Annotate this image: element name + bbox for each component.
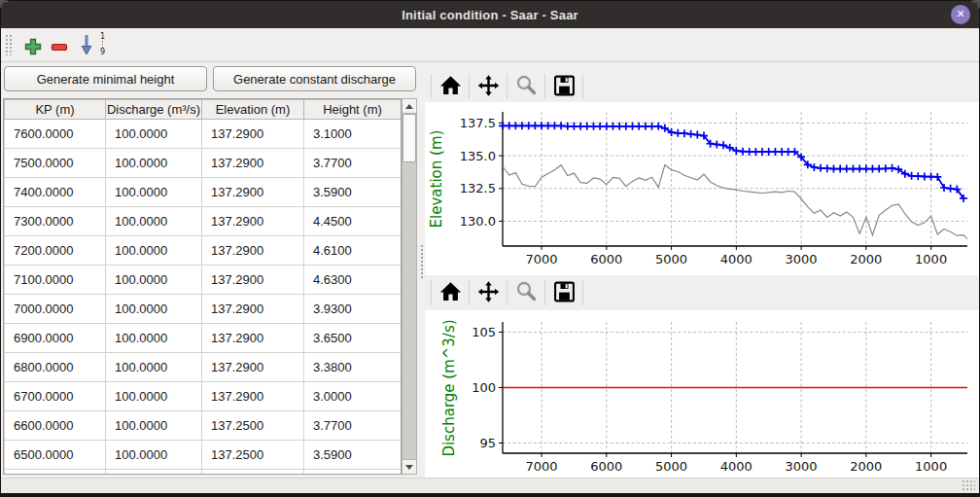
table-cell[interactable]: 100.0000 [106, 382, 202, 411]
table-row: 6900.0000100.0000137.29003.6500 [5, 324, 402, 353]
elevation-chart: 7000600050004000300020001000137.5135.013… [425, 102, 979, 275]
table-row: 7000.0000100.0000137.29003.9300 [5, 295, 402, 324]
table-cell[interactable]: 4.6100 [304, 236, 402, 266]
pan-button[interactable] [473, 72, 503, 101]
zoom-button[interactable] [511, 72, 541, 101]
table-cell[interactable]: 137.2900 [202, 324, 304, 353]
table-cell[interactable]: 137.2500 [202, 441, 304, 470]
generate-constant-discharge-button[interactable]: Generate constant discharge [213, 66, 416, 91]
column-header[interactable]: Discharge (m³/s) [106, 100, 202, 120]
table-cell[interactable]: 100.0000 [106, 295, 202, 324]
table-cell[interactable]: 4.6300 [304, 266, 402, 295]
delete-row-button[interactable] [51, 38, 68, 58]
table-cell[interactable]: 100.0000 [106, 353, 202, 382]
save-button[interactable] [549, 72, 578, 101]
svg-text:135.0: 135.0 [460, 149, 496, 163]
add-row-button[interactable] [24, 38, 42, 58]
table-cell[interactable]: 6600.0000 [5, 411, 106, 441]
table-cell[interactable]: 6800.0000 [5, 353, 106, 382]
table-cell[interactable]: 6900.0000 [5, 324, 106, 353]
discharge-plot-toolbar [427, 277, 587, 308]
table-cell[interactable]: 3.6500 [304, 324, 402, 353]
table-row: 7200.0000100.0000137.29004.6100 [5, 236, 402, 266]
column-header[interactable]: Elevation (m) [202, 100, 304, 120]
table-cell[interactable]: 3.0000 [304, 382, 402, 411]
home-button[interactable] [436, 278, 465, 307]
table-cell[interactable]: 100.0000 [106, 178, 202, 207]
table-cell[interactable]: 3.5900 [304, 441, 402, 470]
pan-button[interactable] [473, 278, 503, 307]
table-cell[interactable]: 137.2900 [202, 207, 304, 236]
table-cell[interactable]: 137.2900 [202, 382, 304, 411]
table-cell[interactable]: 7400.0000 [5, 178, 106, 207]
table-cell[interactable]: 7500.0000 [5, 149, 106, 178]
zoom-button[interactable] [511, 278, 541, 307]
svg-text:137.5: 137.5 [460, 116, 496, 130]
table-cell[interactable]: 137.2900 [202, 149, 304, 178]
table-cell[interactable]: 3.1000 [304, 120, 402, 149]
table-cell[interactable]: 137.2900 [202, 266, 304, 295]
table-cell[interactable]: 137.2900 [202, 178, 304, 207]
table-cell[interactable]: 100.0000 [106, 266, 202, 295]
table-cell[interactable]: 100.0000 [106, 441, 202, 470]
toolbar-grip[interactable] [5, 34, 12, 55]
sort-rows-button[interactable]: 1 9 [81, 32, 106, 57]
save-button[interactable] [549, 278, 578, 307]
close-button[interactable]: ✕ [951, 5, 970, 24]
svg-text:4000: 4000 [720, 459, 752, 474]
table-cell[interactable]: 7600.0000 [5, 120, 106, 149]
sort-nine-label: 9 [100, 49, 105, 56]
table-cell[interactable]: 100.0000 [106, 120, 202, 149]
water-elevation-line [503, 125, 963, 198]
table-cell[interactable]: 3.9300 [304, 295, 402, 324]
table-cell[interactable]: 3.7700 [304, 149, 402, 178]
svg-text:7000: 7000 [526, 459, 558, 474]
table-cell[interactable]: 100.0000 [106, 324, 202, 353]
svg-text:2000: 2000 [850, 252, 882, 266]
table-cell[interactable]: 100.0000 [106, 411, 202, 441]
table-cell[interactable] [5, 470, 106, 476]
table-cell[interactable]: 137.2900 [202, 120, 304, 149]
discharge-chart: 700060005000400030002000100010510095 [425, 310, 979, 479]
table-cell[interactable] [202, 470, 304, 476]
column-header[interactable]: KP (m) [5, 100, 106, 120]
table-cell[interactable]: 6500.0000 [5, 441, 106, 470]
separator [469, 74, 470, 99]
table-cell[interactable]: 100.0000 [106, 236, 202, 266]
table-cell[interactable]: 7100.0000 [5, 266, 106, 295]
title-bar[interactable]: Initial condition - Saar - Saar ✕ [1, 1, 979, 28]
scrollbar-thumb[interactable] [402, 114, 416, 162]
table-row: 6800.0000100.0000137.29003.3800 [5, 353, 402, 382]
table-cell[interactable]: 3.5900 [304, 178, 402, 207]
table-cell[interactable]: 100.0000 [106, 149, 202, 178]
scroll-down-button[interactable] [402, 459, 416, 474]
table-cell[interactable]: 7300.0000 [5, 207, 106, 236]
table-cell[interactable]: 3.7700 [304, 411, 402, 441]
table-cell[interactable] [106, 470, 202, 476]
table-cell[interactable]: 137.2900 [202, 236, 304, 266]
table-cell[interactable]: 6700.0000 [5, 382, 106, 411]
table-cell[interactable]: 137.2900 [202, 353, 304, 382]
separator [544, 74, 545, 99]
scroll-up-button[interactable] [402, 99, 416, 114]
table-scrollbar[interactable] [402, 98, 417, 475]
resize-grip[interactable] [962, 479, 975, 491]
table-cell[interactable]: 137.2900 [202, 295, 304, 324]
table-cell[interactable]: 7000.0000 [5, 295, 106, 324]
home-icon [438, 74, 463, 100]
column-header[interactable]: Height (m) [304, 100, 402, 120]
table-cell[interactable]: 3.3800 [304, 353, 402, 382]
table-cell[interactable]: 4.4500 [304, 207, 402, 236]
app-window: Initial condition - Saar - Saar ✕ 1 9 [0, 0, 980, 497]
discharge-plot-canvas[interactable]: 700060005000400030002000100010510095 Dis… [425, 310, 979, 479]
elevation-plot-canvas[interactable]: 7000600050004000300020001000137.5135.013… [425, 102, 979, 275]
table-cell[interactable]: 7200.0000 [5, 236, 106, 266]
table-cell[interactable] [304, 470, 402, 476]
separator [469, 280, 470, 305]
generate-minimal-height-button[interactable]: Generate minimal height [4, 66, 207, 91]
home-button[interactable] [436, 72, 465, 101]
table-cell[interactable]: 137.2500 [202, 411, 304, 441]
minus-icon [51, 44, 68, 58]
table-cell[interactable]: 100.0000 [106, 207, 202, 236]
vertical-splitter-handle[interactable] [420, 244, 424, 279]
